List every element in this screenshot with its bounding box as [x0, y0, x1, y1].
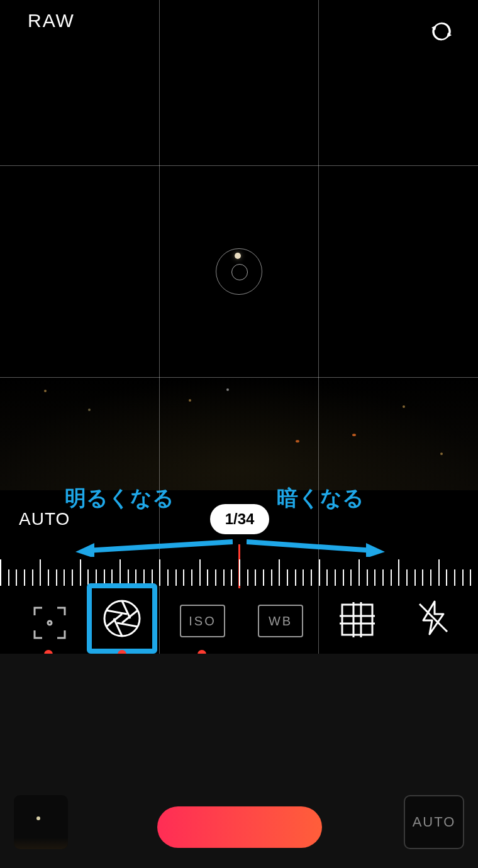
slider-tick — [64, 569, 65, 586]
switch-camera-button[interactable] — [429, 19, 454, 44]
shutter-value-text: 1/34 — [225, 510, 255, 528]
slider-tick — [462, 569, 464, 586]
slider-tick — [295, 569, 296, 586]
focus-indicator[interactable] — [216, 248, 262, 295]
thumbnail-content — [36, 816, 40, 820]
flash-off-icon — [414, 599, 452, 637]
wb-label: WB — [269, 614, 292, 629]
svg-line-4 — [247, 542, 374, 551]
switch-camera-icon — [429, 19, 454, 44]
camera-app: RAW 明るくなる 暗くなる AUTO 1/34 — [0, 0, 478, 868]
bottom-dock: AUTO — [0, 654, 478, 868]
scene-light — [440, 453, 443, 455]
slider-tick — [358, 559, 360, 586]
slider-tick — [391, 569, 392, 586]
slider-tick — [239, 559, 240, 586]
exposure-auto-label: AUTO — [19, 509, 70, 529]
svg-line-2 — [87, 542, 233, 551]
slider-tick — [454, 569, 455, 586]
slider-tick — [430, 569, 431, 586]
auto-mode-label: AUTO — [413, 814, 456, 830]
slider-tick — [414, 569, 416, 586]
slider-tick — [159, 559, 160, 586]
capture-button[interactable] — [157, 806, 322, 848]
slider-tick — [303, 569, 304, 586]
slider-tick — [119, 559, 121, 586]
slider-tick — [367, 569, 368, 586]
exposure-slider[interactable] — [0, 552, 478, 590]
wb-icon: WB — [258, 605, 303, 637]
iso-icon: ISO — [180, 605, 225, 637]
annotation-brighter: 明るくなる — [65, 484, 174, 513]
slider-tick — [80, 559, 81, 586]
focus-icon — [31, 604, 69, 642]
slider-tick — [263, 569, 264, 586]
white-balance-tool-button[interactable]: WB — [258, 605, 303, 637]
scene-light — [88, 409, 91, 411]
slider-tick — [406, 569, 408, 586]
slider-tick — [167, 569, 169, 586]
iso-tool-button[interactable]: ISO — [180, 605, 225, 637]
scene-horizon — [0, 377, 478, 490]
iso-label: ISO — [189, 614, 216, 629]
slider-tick — [271, 569, 272, 586]
scene-light — [44, 390, 47, 392]
slider-tick — [183, 569, 184, 586]
slider-tick — [326, 569, 328, 586]
grid-tool-button[interactable] — [338, 601, 376, 639]
shutter-value-pill: 1/34 — [210, 504, 269, 534]
scene-light — [352, 434, 356, 436]
svg-rect-8 — [342, 605, 372, 635]
slider-tick — [287, 569, 288, 586]
slider-tick — [207, 569, 208, 586]
slider-tick — [446, 569, 447, 586]
grid-icon — [340, 602, 375, 637]
shutter-speed-tool-button[interactable] — [87, 583, 157, 654]
slider-tick — [191, 569, 192, 586]
slider-tick — [382, 569, 384, 586]
slider-tick — [343, 569, 344, 586]
annotation-arrow-right — [247, 539, 385, 551]
flash-tool-button[interactable] — [413, 597, 454, 639]
annotation-darker: 暗くなる — [277, 484, 364, 513]
scene-light — [226, 388, 229, 391]
slider-tick — [48, 569, 49, 586]
slider-tick — [40, 559, 41, 586]
slider-tick — [56, 569, 57, 586]
slider-tick — [0, 559, 1, 586]
slider-tick — [199, 559, 201, 586]
slider-tick — [215, 569, 216, 586]
slider-tick — [16, 569, 17, 586]
slider-tick — [422, 569, 423, 586]
scene-light — [403, 405, 405, 408]
slider-tick — [279, 559, 280, 586]
slider-tick — [231, 569, 232, 586]
aperture-icon — [101, 598, 143, 639]
slider-tick — [32, 569, 33, 586]
slider-tick — [223, 569, 225, 586]
grid-line — [0, 165, 478, 166]
scene-light — [296, 440, 299, 442]
annotation-arrow-left — [75, 539, 233, 551]
auto-mode-button[interactable]: AUTO — [404, 795, 464, 849]
slider-tick — [72, 569, 73, 586]
slider-tick — [319, 559, 320, 586]
slider-tick — [438, 559, 440, 586]
top-bar: RAW — [0, 5, 478, 43]
slider-tick — [8, 569, 9, 586]
slider-tick — [374, 569, 375, 586]
gallery-thumbnail[interactable] — [14, 795, 68, 849]
slider-tick — [350, 569, 352, 586]
format-badge[interactable]: RAW — [28, 10, 75, 31]
slider-tick — [398, 559, 399, 586]
scene-light — [189, 399, 191, 402]
slider-tick — [470, 569, 471, 586]
focus-tool-button[interactable] — [28, 601, 72, 645]
slider-tick — [247, 569, 248, 586]
svg-point-7 — [104, 601, 140, 636]
slider-tick — [311, 569, 312, 586]
thumbnail-content — [14, 838, 68, 849]
slider-tick — [175, 569, 177, 586]
grid-line — [0, 377, 478, 378]
slider-tick — [335, 569, 336, 586]
